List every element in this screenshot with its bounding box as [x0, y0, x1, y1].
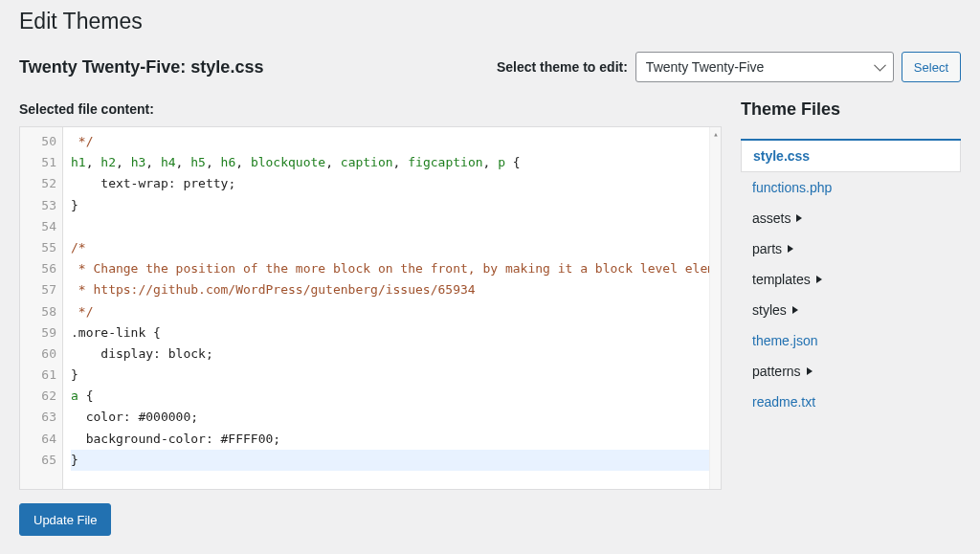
folder-label: templates [752, 272, 811, 287]
chevron-right-icon [807, 367, 813, 375]
folder-label: parts [752, 241, 782, 256]
code-line[interactable]: .more-link { [71, 322, 721, 343]
subheader-row: Twenty Twenty-Five: style.css Select the… [19, 52, 961, 82]
line-number: 56 [20, 258, 56, 279]
code-line[interactable]: } [71, 450, 721, 471]
code-editor[interactable]: 50515253545556575859606162636465 */h1, h… [19, 126, 722, 490]
line-number: 58 [20, 301, 56, 322]
line-number: 61 [20, 365, 56, 386]
select-theme-button[interactable]: Select [902, 52, 961, 82]
folder-label: patterns [752, 364, 801, 379]
code-line[interactable]: */ [71, 131, 721, 152]
line-number: 63 [20, 407, 56, 428]
line-number: 51 [20, 152, 56, 173]
file-item-functions-php[interactable]: functions.php [741, 172, 961, 203]
code-line[interactable]: background-color: #FFFF00; [71, 429, 721, 450]
theme-file-tree: style.cssfunctions.phpassetspartstemplat… [741, 139, 961, 417]
line-number: 64 [20, 429, 56, 450]
line-number: 53 [20, 195, 56, 216]
folder-item-parts[interactable]: parts [741, 233, 961, 264]
line-number: 52 [20, 173, 56, 194]
scroll-up-icon[interactable]: ▴ [710, 127, 722, 141]
selected-file-label: Selected file content: [19, 101, 722, 117]
update-file-button[interactable]: Update File [19, 503, 111, 536]
chevron-right-icon [796, 214, 802, 222]
code-line[interactable] [71, 216, 721, 237]
file-item-theme-json[interactable]: theme.json [741, 325, 961, 356]
line-number: 57 [20, 279, 56, 300]
line-number: 55 [20, 237, 56, 258]
file-label: theme.json [752, 333, 817, 348]
code-lines[interactable]: */h1, h2, h3, h4, h5, h6, blockquote, ca… [63, 127, 721, 489]
page-title: Edit Themes [19, 0, 961, 38]
folder-item-assets[interactable]: assets [741, 203, 961, 233]
line-number: 54 [20, 216, 56, 237]
code-line[interactable]: * https://github.com/WordPress/gutenberg… [71, 279, 721, 300]
code-line[interactable]: h1, h2, h3, h4, h5, h6, blockquote, capt… [71, 152, 721, 173]
folder-item-patterns[interactable]: patterns [741, 356, 961, 387]
code-line[interactable]: text-wrap: pretty; [71, 173, 721, 194]
file-label: style.css [753, 148, 810, 164]
line-number: 65 [20, 450, 56, 471]
file-label: functions.php [752, 180, 832, 195]
code-line[interactable]: a { [71, 386, 721, 407]
folder-item-templates[interactable]: templates [741, 264, 961, 295]
theme-picker: Select theme to edit: Twenty Twenty-Five… [497, 52, 961, 82]
current-file-heading: Twenty Twenty-Five: style.css [19, 57, 263, 78]
theme-select-label: Select theme to edit: [497, 59, 628, 75]
line-number-gutter: 50515253545556575859606162636465 [20, 127, 63, 489]
line-number: 59 [20, 322, 56, 343]
code-line[interactable]: } [71, 365, 721, 386]
folder-item-styles[interactable]: styles [741, 295, 961, 325]
line-number: 62 [20, 386, 56, 407]
code-line[interactable]: */ [71, 301, 721, 322]
file-item-style-css[interactable]: style.css [741, 141, 961, 172]
chevron-right-icon [816, 276, 822, 283]
code-line[interactable]: display: block; [71, 343, 721, 365]
folder-label: styles [752, 302, 787, 318]
theme-select[interactable]: Twenty Twenty-Five [635, 52, 894, 82]
chevron-right-icon [792, 306, 798, 314]
code-line[interactable]: } [71, 195, 721, 216]
editor-scrollbar[interactable]: ▴ [709, 127, 721, 489]
line-number: 50 [20, 131, 56, 152]
file-label: readme.txt [752, 394, 815, 410]
line-number: 60 [20, 343, 56, 365]
folder-label: assets [752, 211, 791, 226]
code-line[interactable]: * Change the position of the more block … [71, 258, 721, 279]
chevron-right-icon [788, 245, 793, 253]
file-item-readme-txt[interactable]: readme.txt [741, 387, 961, 417]
code-line[interactable]: /* [71, 237, 721, 258]
theme-files-heading: Theme Files [741, 100, 961, 120]
code-line[interactable]: color: #000000; [71, 407, 721, 428]
